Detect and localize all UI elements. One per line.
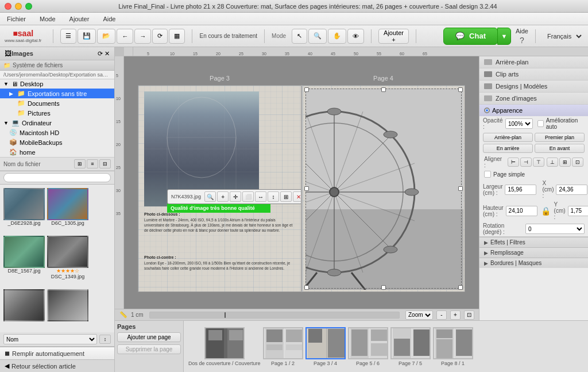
list-item[interactable]: _D6E2928.jpg bbox=[3, 188, 45, 233]
zoom-tool[interactable]: 🔍 bbox=[308, 29, 327, 44]
sel-handle-br[interactable] bbox=[458, 285, 463, 290]
menu-aide[interactable]: Aide bbox=[100, 14, 118, 24]
menu-fichier[interactable]: Fichier bbox=[5, 14, 28, 24]
arriere-plan-btn[interactable]: Arrière-plan bbox=[483, 133, 533, 142]
move-btn[interactable]: ✛ bbox=[230, 191, 241, 202]
view-list-btn[interactable]: ≡ bbox=[87, 159, 98, 168]
close-button[interactable] bbox=[5, 3, 11, 10]
sel-handle-tl[interactable] bbox=[304, 87, 309, 92]
fill-header[interactable]: ▶ Remplissage bbox=[479, 247, 588, 258]
align-top-btn[interactable]: ⊥ bbox=[547, 158, 558, 167]
tree-item[interactable]: 📁 Pictures bbox=[0, 108, 114, 118]
effects-header[interactable]: ▶ Effets | Filtres bbox=[479, 237, 588, 247]
menu-ajouter[interactable]: Ajouter bbox=[67, 14, 92, 24]
height-input[interactable] bbox=[506, 206, 537, 216]
sel-handle-tc[interactable] bbox=[381, 87, 386, 92]
fit-page-button[interactable]: ⊡ bbox=[464, 310, 474, 320]
sel-handle-bl[interactable] bbox=[304, 285, 309, 290]
sort-select[interactable]: Nom bbox=[3, 334, 97, 344]
tree-item[interactable]: ▼ 🖥 Desktop bbox=[0, 79, 114, 89]
zoom-out-button[interactable]: - bbox=[436, 310, 447, 320]
save-button[interactable]: 💾 bbox=[78, 29, 96, 44]
ts-page-item[interactable]: Dos de couverture / Couverture bbox=[188, 327, 261, 366]
page-simple-checkbox[interactable] bbox=[484, 171, 491, 178]
crop-btn[interactable]: ⬜ bbox=[242, 191, 254, 202]
open-button[interactable]: 📂 bbox=[97, 29, 115, 44]
view-detail-btn[interactable]: ⊟ bbox=[99, 159, 111, 168]
print-button[interactable]: ⟳ bbox=[152, 29, 168, 44]
tree-item[interactable]: ▼ 💻 Ordinateur bbox=[0, 118, 114, 128]
designs-header[interactable]: Designs | Modèles bbox=[479, 80, 588, 92]
grid-button[interactable]: ▦ bbox=[169, 29, 185, 44]
en-avant-btn[interactable]: En avant bbox=[535, 144, 585, 153]
auto-fill-button[interactable]: ◼ Remplir automatiquement bbox=[0, 347, 114, 359]
list-item[interactable]: D6C_1305.jpg bbox=[47, 188, 88, 233]
zoom-out-btn[interactable]: 🔍 bbox=[204, 191, 216, 202]
ts-page-item[interactable]: Page 1 / 2 bbox=[263, 327, 303, 366]
eye-tool[interactable]: 👁 bbox=[347, 29, 364, 44]
search-input[interactable] bbox=[3, 173, 111, 182]
width-input[interactable] bbox=[505, 185, 536, 195]
tree-item[interactable]: 📁 Documents bbox=[0, 98, 114, 108]
move-tool[interactable]: ✋ bbox=[328, 29, 346, 44]
zone-images-header[interactable]: Zone d'images bbox=[479, 93, 588, 104]
zoom-in-btn[interactable]: + bbox=[217, 191, 229, 202]
zoom-in-button[interactable]: + bbox=[450, 310, 461, 320]
new-button[interactable]: ☰ bbox=[60, 29, 76, 44]
forward-button[interactable]: → bbox=[134, 29, 151, 44]
sel-handle-ml[interactable] bbox=[304, 186, 309, 191]
language-select[interactable]: Français English Deutsch bbox=[543, 31, 583, 41]
page-canvas[interactable]: Page 3 Page 4 bbox=[124, 56, 479, 309]
delete-img-btn[interactable]: ✕ bbox=[293, 191, 301, 202]
delete-page-btn[interactable]: Supprimer la page bbox=[117, 344, 181, 354]
x-input[interactable] bbox=[556, 185, 587, 195]
y-input[interactable] bbox=[568, 206, 588, 216]
tree-item[interactable]: 📦 MobileBackups bbox=[0, 137, 114, 147]
tree-item[interactable]: ▶ 📁 Exportation sans titre bbox=[0, 89, 114, 98]
align-left-btn[interactable]: ⊢ bbox=[508, 158, 519, 167]
adjust-btn[interactable]: ⊞ bbox=[280, 191, 292, 202]
opacity-select[interactable]: 100% bbox=[505, 118, 533, 129]
menu-mode[interactable]: Mode bbox=[37, 14, 58, 24]
chat-button[interactable]: 💬 Chat bbox=[443, 28, 498, 45]
ts-page-item[interactable]: Page 3 / 4 bbox=[305, 327, 346, 366]
tree-item[interactable]: 🏠 home bbox=[0, 147, 114, 157]
zoom-icon-left[interactable]: 📏 bbox=[119, 311, 127, 319]
sel-handle-mr[interactable] bbox=[458, 186, 463, 191]
align-center-btn[interactable]: ⊣ bbox=[520, 158, 532, 167]
zoom-select[interactable]: Zoom 50% 75% 100% 150% bbox=[405, 310, 433, 320]
ts-page-item[interactable]: Page 7 / 5 bbox=[390, 327, 431, 366]
sort-direction-btn[interactable]: ↕ bbox=[99, 335, 111, 344]
align-right-btn[interactable]: ⊤ bbox=[533, 158, 544, 167]
panel-icon-refresh[interactable]: ⟳ bbox=[98, 50, 103, 57]
appearance-header[interactable]: Apparence bbox=[479, 105, 588, 116]
zoom-slider[interactable] bbox=[149, 312, 400, 319]
cursor-tool[interactable]: ↖ bbox=[292, 29, 307, 44]
tree-item[interactable]: 💿 Macintosh HD bbox=[0, 128, 114, 137]
back-selection-button[interactable]: ◀ Retour sélection article bbox=[0, 359, 114, 372]
ts-page-item[interactable]: Page 5 / 6 bbox=[348, 327, 388, 366]
page4-photo[interactable] bbox=[305, 89, 463, 290]
appearance-radio[interactable] bbox=[484, 108, 490, 113]
borders-header[interactable]: ▶ Bordures | Masques bbox=[479, 258, 588, 268]
list-item[interactable] bbox=[47, 289, 88, 329]
en-arriere-btn[interactable]: En arrière bbox=[483, 144, 533, 153]
auto-improve-checkbox[interactable] bbox=[537, 120, 544, 127]
flip-h-btn[interactable]: ↔ bbox=[255, 191, 266, 202]
view-grid-btn[interactable]: ⊞ bbox=[74, 159, 86, 168]
ts-page-item[interactable]: Page 8 / 1 bbox=[433, 327, 473, 366]
list-item[interactable]: ★★★★☆ DSC_1349.jpg bbox=[47, 236, 88, 287]
sel-handle-bc[interactable] bbox=[381, 285, 386, 290]
add-item-button[interactable]: Ajouter+ bbox=[378, 29, 409, 44]
chat-dropdown[interactable]: ▼ bbox=[497, 28, 511, 45]
arriere-plan-header[interactable]: Arrière-plan bbox=[479, 56, 588, 68]
align-bot-btn[interactable]: ⊡ bbox=[572, 158, 583, 167]
rotation-select[interactable]: 0 bbox=[525, 224, 585, 234]
list-item[interactable]: D8E_1567.jpg bbox=[3, 236, 45, 287]
minimize-button[interactable] bbox=[15, 3, 22, 10]
lock-icon[interactable]: 🔒 bbox=[541, 206, 551, 216]
sel-handle-tr[interactable] bbox=[458, 87, 463, 92]
flip-v-btn[interactable]: ↕ bbox=[268, 191, 279, 202]
back-button[interactable]: ← bbox=[117, 29, 133, 44]
clip-arts-header[interactable]: Clip arts bbox=[479, 68, 588, 80]
